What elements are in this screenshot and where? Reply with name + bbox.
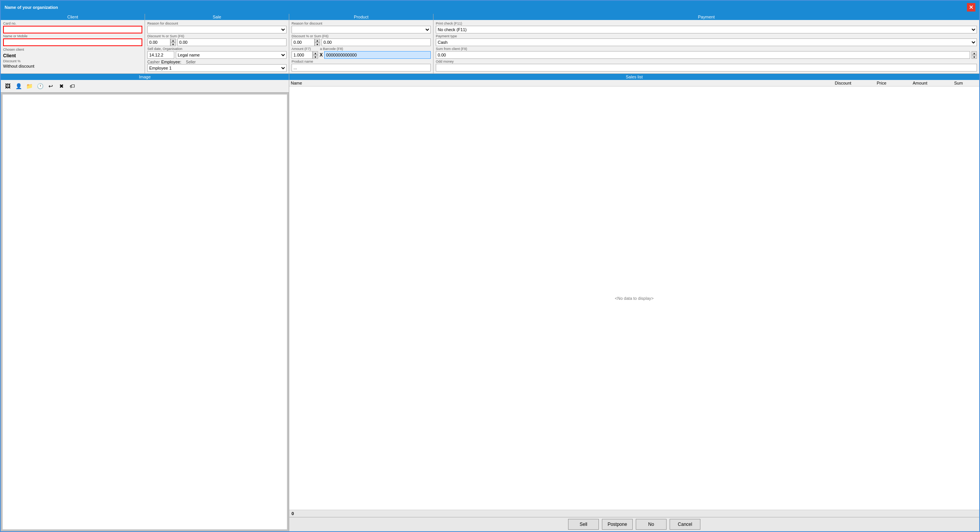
amount-barcode-field: Amount (F7) a Barcode (F8) ▲ ▼ X <box>292 47 431 59</box>
sales-footer: 0 <box>289 510 979 517</box>
card-no-input[interactable] <box>3 26 142 33</box>
image-section: Image 🖼 👤 📁 🕐 ↩ ✖ 🏷 <box>1 74 289 531</box>
reason-discount-sale-field: Reason for discount <box>147 22 287 33</box>
sale-panel-header: Sale <box>145 14 289 20</box>
sell-date-org-field: Sell date, Organisation Legal name <box>147 47 287 59</box>
product-panel: Product Reason for discount Discount % o… <box>289 14 433 73</box>
person-icon[interactable]: 👤 <box>14 81 23 91</box>
casher-seller-row: Casher Employee: Seller <box>147 60 287 64</box>
casher-label: Casher <box>147 60 160 64</box>
col-amount-header: Amount <box>901 81 939 85</box>
odd-money-label: Odd money <box>436 60 977 63</box>
window-title: Name of your organization <box>5 5 58 10</box>
print-check-label: Print check (F11) <box>436 22 977 25</box>
col-name-header: Name <box>291 81 824 85</box>
sell-date-input[interactable] <box>147 51 174 59</box>
discount-pct-product-down[interactable]: ▼ <box>315 42 320 46</box>
product-panel-body: Reason for discount Discount % or Sum (F… <box>289 20 433 73</box>
sale-panel-body: Reason for discount Discount % or Sum (F… <box>145 20 289 73</box>
product-name-input[interactable] <box>292 64 431 71</box>
sum-from-client-down[interactable]: ▼ <box>972 55 977 59</box>
product-name-label: Product name <box>292 60 431 63</box>
discount-pct-product-spinbox-btns: ▲ ▼ <box>315 38 320 46</box>
image-icons-toolbar: 🖼 👤 📁 🕐 ↩ ✖ 🏷 <box>1 80 289 93</box>
discount-pct-sale-up[interactable]: ▲ <box>170 38 176 42</box>
discount-pct-sale-down[interactable]: ▼ <box>170 42 176 46</box>
discount-pct-sum-sale-label: Discount % or Sum (F6) <box>147 34 287 38</box>
payment-type-label: Payment type <box>436 34 977 38</box>
amount-spinbox: ▲ ▼ <box>292 51 318 59</box>
discount-pct-sale-input[interactable] <box>147 38 170 46</box>
reason-discount-product-label: Reason for discount <box>292 22 431 25</box>
sale-panel: Sale Reason for discount Discount % or S… <box>145 14 289 73</box>
seller-label: Seller <box>186 60 196 64</box>
amount-label: Amount (F7) <box>292 47 311 51</box>
product-name-field: Product name <box>292 60 431 71</box>
discount-pct-sum-product-row: ▲ ▼ <box>292 38 431 46</box>
amount-down[interactable]: ▼ <box>313 55 318 59</box>
barcode-label: a Barcode (F8) <box>320 47 431 51</box>
reason-discount-sale-label: Reason for discount <box>147 22 287 25</box>
footer-buttons: Sell Postpone No Cancel <box>289 517 979 531</box>
postpone-button[interactable]: Postpone <box>602 519 633 530</box>
x-multiplier-label: X <box>319 52 323 58</box>
card-no-field: Card no. <box>3 22 142 33</box>
sales-body: <No data to display> <box>289 86 979 510</box>
client-panel-header: Client <box>1 14 145 20</box>
print-check-select[interactable]: No check (F11) <box>436 26 977 33</box>
discount-sum-product-input[interactable] <box>322 38 431 46</box>
no-button[interactable]: No <box>636 519 667 530</box>
client-name-display: Client <box>3 53 142 58</box>
col-discount-header: Discount <box>824 81 862 85</box>
print-check-field: Print check (F11) No check (F11) <box>436 22 977 33</box>
payment-panel-body: Print check (F11) No check (F11) Payment… <box>433 20 979 73</box>
reason-discount-product-field: Reason for discount <box>292 22 431 33</box>
no-data-message: <No data to display> <box>615 296 654 301</box>
sell-date-org-label: Sell date, Organisation <box>147 47 287 51</box>
sum-from-client-input[interactable] <box>436 51 970 59</box>
reason-discount-sale-select[interactable] <box>147 26 287 33</box>
title-bar: Name of your organization ✕ <box>1 1 979 14</box>
col-sum-header: Sum <box>939 81 978 85</box>
reason-discount-product-select[interactable] <box>292 26 431 33</box>
image-icon[interactable]: 🖼 <box>3 81 12 91</box>
discount-pct-sum-sale-field: Discount % or Sum (F6) ▲ ▼ <box>147 34 287 46</box>
amount-spinbox-btns: ▲ ▼ <box>313 51 318 59</box>
odd-money-input[interactable] <box>436 64 977 71</box>
barcode-input[interactable] <box>324 51 431 59</box>
sum-from-client-label: Sum from client (F9) <box>436 47 977 51</box>
payment-type-select[interactable]: Cash <box>436 38 977 46</box>
cancel-button[interactable]: Cancel <box>670 519 700 530</box>
arrow-icon[interactable]: ↩ <box>46 81 55 91</box>
discount-pct-product-up[interactable]: ▲ <box>315 38 320 42</box>
discount-sum-sale-input[interactable] <box>177 38 287 46</box>
bottom-section: Image 🖼 👤 📁 🕐 ↩ ✖ 🏷 Sales list Name Disc… <box>1 74 979 531</box>
odd-money-field: Odd money <box>436 60 977 71</box>
col-price-header: Price <box>862 81 901 85</box>
folder-icon[interactable]: 📁 <box>25 81 34 91</box>
sales-section: Sales list Name Discount Price Amount Su… <box>289 74 979 531</box>
casher-seller-field: Casher Employee: Seller Employee 1 <box>147 60 287 72</box>
seller-select[interactable]: Employee 1 <box>147 64 287 72</box>
name-mobile-input[interactable] <box>3 38 142 46</box>
amount-input[interactable] <box>292 51 313 59</box>
close-button[interactable]: ✕ <box>967 3 975 12</box>
tag-icon[interactable]: 🏷 <box>68 81 77 91</box>
org-select[interactable]: Legal name <box>176 51 287 59</box>
delete-icon[interactable]: ✖ <box>57 81 66 91</box>
discount-pct-sum-sale-row: ▲ ▼ <box>147 38 287 46</box>
sum-from-client-up[interactable]: ▲ <box>972 51 977 55</box>
sales-table-header: Name Discount Price Amount Sum <box>289 80 979 86</box>
sell-button[interactable]: Sell <box>568 519 599 530</box>
image-section-header: Image <box>1 74 289 80</box>
amount-up[interactable]: ▲ <box>313 51 318 55</box>
sum-from-client-spinbox-btns: ▲ ▼ <box>972 51 977 59</box>
amount-barcode-row: ▲ ▼ X <box>292 51 431 59</box>
discount-pct-product-input[interactable] <box>292 38 315 46</box>
discount-label: Discount % <box>3 59 142 63</box>
discount-value-display: Without discount <box>3 64 142 68</box>
payment-type-field: Payment type Cash <box>436 34 977 46</box>
name-mobile-field: Name or Mobile <box>3 34 142 46</box>
clock-icon[interactable]: 🕐 <box>35 81 45 91</box>
chosen-client-label: Chosen client <box>3 48 142 52</box>
